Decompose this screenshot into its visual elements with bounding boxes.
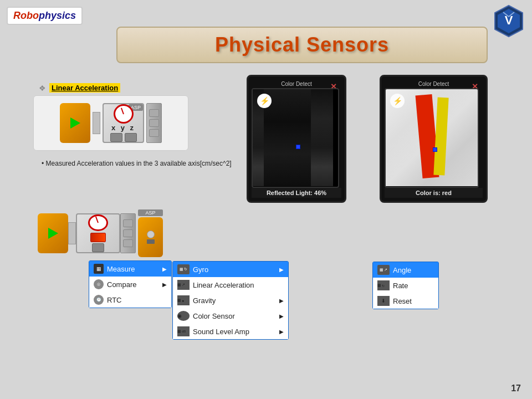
rtc-icon: 🕐	[94, 295, 104, 305]
icon-box3	[92, 243, 104, 252]
section-title: Linear Acceleration	[49, 83, 120, 93]
submenu-gyro[interactable]: ▦↻ Gyro ▶	[173, 262, 288, 277]
icon-box1	[110, 133, 122, 142]
icon-box2	[125, 133, 137, 142]
asp-block: ASP	[138, 209, 163, 257]
submenu-color[interactable]: ◉ Color Sensor ▶	[173, 308, 288, 324]
gravity-icon: ▦●	[177, 295, 190, 305]
small-icons2	[92, 243, 104, 252]
needle2	[95, 217, 99, 223]
diamond-icon: ❖	[39, 84, 46, 93]
brand-badge: V	[492, 4, 525, 38]
connector2	[68, 222, 76, 244]
bullet-point: • Measured Acceleration values in the 3 …	[42, 160, 232, 167]
menu-measure[interactable]: ▦ Measure ▶	[89, 261, 171, 277]
bar-icon	[147, 239, 155, 244]
conn-tab3	[149, 129, 159, 137]
panel1-header: Color Detect ✕	[252, 80, 341, 88]
reset-label: Reset	[393, 297, 412, 305]
asp-label2: ASP	[138, 209, 163, 216]
sensor-block: ASP x y z	[103, 103, 144, 143]
submenu2: ▦↗ Angle ▦↻ Rate ⬇	[372, 262, 439, 309]
panel2-flash-icon: ⚡	[390, 94, 405, 108]
content-area: ❖ Linear Acceleration ASP x y z	[0, 72, 532, 399]
title-banner: Physical Sensors	[116, 27, 488, 63]
section-label: ❖ Linear Acceleration	[39, 83, 120, 93]
submenu-gravity[interactable]: ▦● Gravity ▶	[173, 293, 288, 308]
submenu-reset[interactable]: ⬇ Reset	[373, 293, 438, 309]
panel2-blue-dot	[433, 147, 437, 152]
panel1-title: Color Detect	[252, 80, 341, 88]
measure-arrow: ▶	[162, 266, 167, 272]
page-title: Physical Sensors	[117, 33, 487, 57]
color-panel-1: Color Detect ✕ ⚡ Reflected Light: 46%	[247, 75, 346, 203]
orange-block2	[138, 217, 163, 257]
rate-icon: ▦↻	[377, 280, 390, 290]
conn-tab6	[123, 239, 133, 247]
panel2-image: ⚡	[385, 88, 479, 188]
main-menu[interactable]: ▦ Measure ▶ ◎ Compare ▶ 🕐 RTC ▦↻	[89, 260, 172, 308]
page-number: 17	[511, 383, 521, 393]
bullet-dot: •	[42, 160, 46, 167]
needle	[120, 108, 124, 114]
measure-label: Measure	[107, 265, 135, 273]
panel1-image: ⚡	[252, 88, 339, 188]
compare-icon: ◎	[94, 279, 104, 289]
color-panel-2: Color Detect ✕ ⚡ Color is: red	[380, 75, 488, 203]
motor-block2	[38, 213, 68, 253]
compare-label: Compare	[107, 280, 136, 289]
logo-physics: physics	[39, 10, 76, 21]
color-sensor-icon: ◉	[177, 311, 190, 321]
gravity-label: Gravity	[193, 296, 216, 305]
gyro-icon: ▦↻	[177, 264, 190, 274]
submenu-linear[interactable]: ▦↗ Linear Acceleration	[173, 277, 288, 293]
reset-icon: ⬇	[377, 296, 390, 306]
panel1-footer: Reflected Light: 46%	[252, 188, 341, 198]
small-icons	[110, 133, 137, 142]
ev3-block1: ASP x y z	[58, 101, 164, 145]
conn-tab1	[149, 109, 159, 117]
panel2-title: Color Detect	[385, 80, 483, 88]
logo: Robophysics	[7, 7, 83, 25]
gyro-arrow: ▶	[279, 267, 284, 273]
menu-rtc[interactable]: 🕐 RTC	[89, 292, 171, 308]
bullet-text-content: Measured Acceleration values in the 3 av…	[46, 160, 232, 167]
menu-system: ▦ Measure ▶ ◎ Compare ▶ 🕐 RTC ▦↻	[89, 260, 172, 308]
red-bar	[90, 233, 106, 242]
angle-label: Angle	[393, 266, 411, 274]
gauge	[114, 104, 134, 124]
submenu-sound[interactable]: ▦dB Sound Level Amp ▶	[173, 324, 288, 339]
block2-area: ASP	[33, 205, 194, 260]
rate-label: Rate	[393, 282, 408, 290]
sound-icon: ▦dB	[177, 326, 190, 336]
sound-arrow: ▶	[279, 329, 284, 335]
submenu-angle[interactable]: ▦↗ Angle	[373, 262, 438, 278]
compare-arrow: ▶	[162, 282, 167, 288]
rtc-label: RTC	[107, 296, 121, 304]
motor-block	[60, 103, 90, 143]
angle-icon: ▦↗	[377, 265, 390, 275]
submenu-rate[interactable]: ▦↻ Rate	[373, 278, 438, 293]
xyz-display: x y z	[111, 124, 135, 132]
ev3-block2: ASP	[33, 205, 194, 262]
linear-icon: ▦↗	[177, 280, 190, 290]
svg-text:V: V	[505, 13, 513, 27]
measure-icon: ▦	[94, 264, 104, 274]
panel2-footer: Color is: red	[385, 188, 483, 198]
menu-compare[interactable]: ◎ Compare ▶	[89, 277, 171, 292]
conn-tab2	[149, 119, 159, 127]
panel2-header: Color Detect ✕	[385, 80, 483, 88]
block1-image: ASP x y z	[33, 95, 188, 151]
play-icon	[70, 117, 80, 129]
conn-tab4	[123, 219, 133, 227]
submenu1: ▦↻ Gyro ▶ ▦↗ Linear Acceleration ▦●	[172, 261, 289, 340]
play-icon2	[48, 228, 58, 239]
color-label: Color Sensor	[193, 312, 235, 320]
connector-end	[146, 103, 162, 143]
connector1	[93, 112, 100, 134]
connector-end2	[120, 213, 136, 253]
sensor-block2	[76, 213, 120, 253]
panel1-blue-dot	[296, 145, 300, 149]
conn-tab5	[123, 229, 133, 237]
round-icon	[147, 231, 155, 238]
